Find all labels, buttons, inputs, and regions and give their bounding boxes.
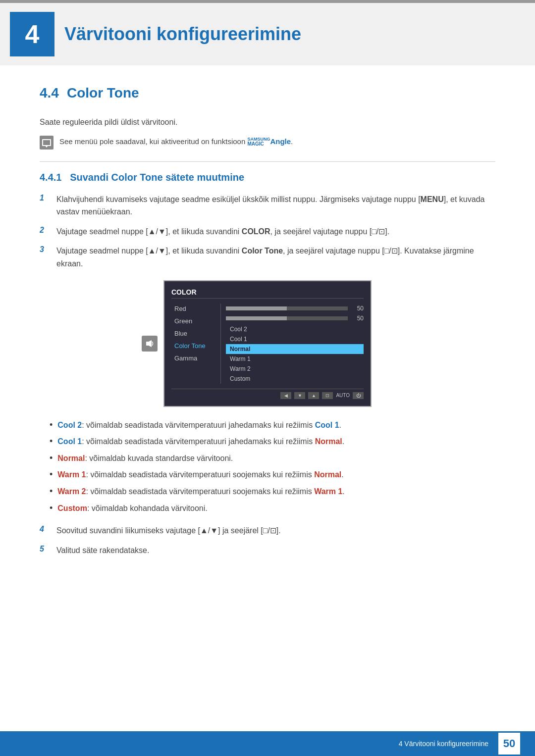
step-number-3: 3 bbox=[40, 245, 50, 254]
note-icon-inner bbox=[42, 139, 51, 146]
svg-rect-0 bbox=[146, 342, 149, 346]
page-header: 4 Värvitooni konfigureerimine bbox=[0, 0, 535, 65]
footer-chapter-text: 4 Värvitooni konfigureerimine bbox=[399, 740, 488, 748]
bullet-dot-1: • bbox=[50, 419, 53, 431]
subsection-heading: 4.4.1 Suvandi Color Tone sätete muutmine bbox=[40, 172, 495, 183]
menu-item-green: Green bbox=[171, 316, 215, 326]
screenshot-container: COLOR Red Green Blue Color Tone Gamma bbox=[40, 280, 495, 407]
main-content: 4.4 Color Tone Saate reguleerida pildi ü… bbox=[0, 85, 535, 606]
step-text-3: Vajutage seadmel nuppe [▲/▼], et liikuda… bbox=[56, 245, 495, 270]
step-number-5: 5 bbox=[40, 545, 50, 554]
step-3: 3 Vajutage seadmel nuppe [▲/▼], et liiku… bbox=[40, 245, 495, 270]
ctrl-back: ◀ bbox=[280, 392, 291, 399]
steps-list: 1 Klahvijuhendi kuvamiseks vajutage sead… bbox=[40, 193, 495, 270]
bullet-cool1: • Cool 1: võimaldab seadistada värvitemp… bbox=[40, 435, 495, 448]
dropdown-cool1: Cool 1 bbox=[226, 334, 364, 344]
bullet-text-4: Warm 1: võimaldab seadistada värvitemper… bbox=[57, 468, 343, 481]
screen-menu-right: 50 50 Cool 2 Cool 1 Normal Warm bbox=[221, 303, 364, 384]
note-text: See menüü pole saadaval, kui aktiveeritu… bbox=[59, 136, 293, 148]
speaker-icon bbox=[142, 336, 158, 352]
dropdown-cool2: Cool 2 bbox=[226, 324, 364, 334]
svg-marker-1 bbox=[149, 340, 152, 347]
bullet-dot-4: • bbox=[50, 468, 53, 481]
footer-page-number: 50 bbox=[498, 733, 520, 755]
ctrl-enter: ⊡ bbox=[322, 392, 333, 399]
step-number-2: 2 bbox=[40, 226, 50, 235]
bullet-text-1: Cool 2: võimaldab seadistada värvitemper… bbox=[57, 419, 341, 432]
bullet-warm2: • Warm 2: võimaldab seadistada värvitemp… bbox=[40, 485, 495, 498]
step-5: 5 Valitud säte rakendatakse. bbox=[40, 544, 495, 557]
ctrl-power: ⏻ bbox=[353, 392, 364, 399]
step-text-4: Soovitud suvandini liikumiseks vajutage … bbox=[56, 524, 495, 537]
step-1: 1 Klahvijuhendi kuvamiseks vajutage sead… bbox=[40, 193, 495, 218]
screen-menu-left: Red Green Blue Color Tone Gamma bbox=[171, 303, 221, 384]
color-tone-dropdown: Cool 2 Cool 1 Normal Warm 1 Warm 2 Custo… bbox=[226, 324, 364, 384]
chapter-title: Värvitooni konfigureerimine bbox=[64, 24, 301, 45]
page-footer: 4 Värvitooni konfigureerimine 50 bbox=[0, 731, 535, 756]
step-number-1: 1 bbox=[40, 194, 50, 202]
bullet-warm1: • Warm 1: võimaldab seadistada värvitemp… bbox=[40, 468, 495, 481]
subsection-number: 4.4.1 bbox=[40, 172, 61, 183]
red-bar bbox=[226, 306, 348, 310]
bullet-custom: • Custom: võimaldab kohandada värvitooni… bbox=[40, 502, 495, 515]
dropdown-custom: Custom bbox=[226, 374, 364, 384]
screen-menu-title: COLOR bbox=[171, 288, 364, 299]
section-title: Color Tone bbox=[67, 85, 139, 101]
red-bar-fill bbox=[226, 306, 287, 310]
step-text-1: Klahvijuhendi kuvamiseks vajutage seadme… bbox=[56, 193, 495, 218]
bullet-text-2: Cool 1: võimaldab seadistada värvitemper… bbox=[57, 435, 344, 448]
red-value: 50 bbox=[352, 305, 364, 312]
screen-wrapper: COLOR Red Green Blue Color Tone Gamma bbox=[163, 280, 372, 407]
step-number-4: 4 bbox=[40, 525, 50, 534]
step-text-5: Valitud säte rakendatakse. bbox=[56, 544, 495, 557]
menu-item-colortone: Color Tone bbox=[171, 341, 215, 351]
bullet-cool2: • Cool 2: võimaldab seadistada värvitemp… bbox=[40, 419, 495, 432]
green-value: 50 bbox=[352, 315, 364, 322]
subsection-title: Suvandi Color Tone sätete muutmine bbox=[70, 172, 244, 183]
step-text-2: Vajutage seadmel nuppe [▲/▼], et liikuda… bbox=[56, 225, 495, 238]
screen-menu-items: Red Green Blue Color Tone Gamma 50 bbox=[171, 303, 364, 384]
menu-item-gamma: Gamma bbox=[171, 353, 215, 363]
dropdown-warm2: Warm 2 bbox=[226, 364, 364, 374]
dropdown-warm1: Warm 1 bbox=[226, 354, 364, 364]
menu-item-red: Red bbox=[171, 303, 215, 314]
divider bbox=[40, 161, 495, 162]
green-row: 50 bbox=[226, 313, 364, 323]
bullet-normal: • Normal: võimaldab kuvada standardse vä… bbox=[40, 452, 495, 465]
green-bar-fill bbox=[226, 316, 287, 320]
section-heading: 4.4 Color Tone bbox=[40, 85, 495, 101]
dropdown-normal: Normal bbox=[226, 344, 364, 354]
note-box: See menüü pole saadaval, kui aktiveeritu… bbox=[40, 136, 495, 150]
red-row: 50 bbox=[226, 303, 364, 313]
screen-controls: ◀ ▼ ▲ ⊡ AUTO ⏻ bbox=[171, 389, 364, 399]
steps-list-2: 4 Soovitud suvandini liikumiseks vajutag… bbox=[40, 524, 495, 556]
ctrl-up: ▲ bbox=[308, 392, 319, 399]
bullet-dot-6: • bbox=[50, 502, 53, 514]
bullet-text-5: Warm 2: võimaldab seadistada värvitemper… bbox=[57, 485, 345, 498]
chapter-number: 4 bbox=[10, 12, 54, 56]
bullet-text-3: Normal: võimaldab kuvada standardse värv… bbox=[57, 452, 233, 465]
monitor-screen: COLOR Red Green Blue Color Tone Gamma bbox=[163, 280, 372, 407]
bullet-text-6: Custom: võimaldab kohandada värvitooni. bbox=[57, 502, 207, 515]
bullet-list: • Cool 2: võimaldab seadistada värvitemp… bbox=[40, 419, 495, 515]
menu-item-blue: Blue bbox=[171, 328, 215, 339]
step-4: 4 Soovitud suvandini liikumiseks vajutag… bbox=[40, 524, 495, 537]
ctrl-auto: AUTO bbox=[336, 393, 350, 398]
bullet-dot-3: • bbox=[50, 452, 53, 464]
note-icon bbox=[40, 136, 54, 150]
step-2: 2 Vajutage seadmel nuppe [▲/▼], et liiku… bbox=[40, 225, 495, 238]
bullet-dot-5: • bbox=[50, 485, 53, 498]
section-number: 4.4 bbox=[40, 85, 59, 101]
green-bar bbox=[226, 316, 348, 320]
bullet-dot-2: • bbox=[50, 435, 53, 448]
ctrl-down: ▼ bbox=[294, 392, 305, 399]
intro-text: Saate reguleerida pildi üldist värvitoon… bbox=[40, 116, 495, 129]
